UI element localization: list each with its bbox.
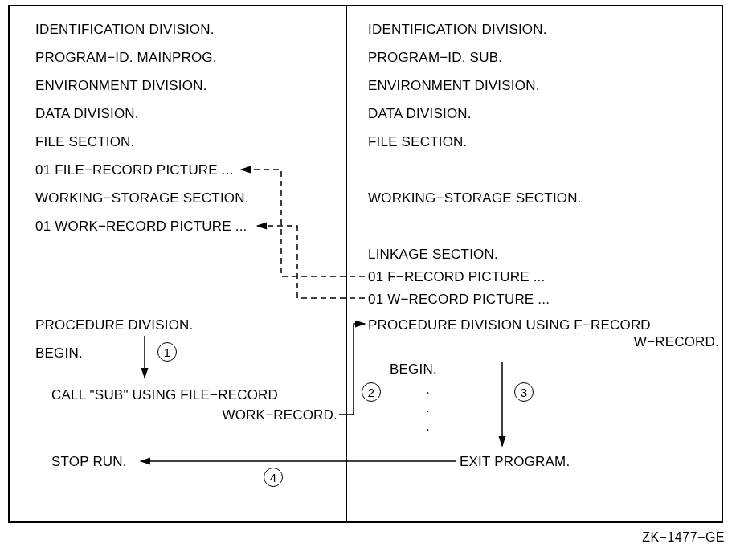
- left-file-record: 01 FILE−RECORD PICTURE ...: [35, 162, 234, 178]
- left-stop-run: STOP RUN.: [51, 454, 127, 470]
- right-exit-program: EXIT PROGRAM.: [460, 454, 570, 470]
- figure-id: ZK−1477−GE: [642, 530, 725, 545]
- right-dot3: .: [426, 419, 430, 435]
- right-dot2: .: [426, 400, 430, 416]
- right-program-id: PROGRAM−ID. SUB.: [368, 50, 502, 66]
- right-proc-div: PROCEDURE DIVISION USING F−RECORD: [368, 317, 651, 333]
- diagram-canvas: IDENTIFICATION DIVISION. PROGRAM−ID. MAI…: [0, 0, 736, 560]
- left-program-id: PROGRAM−ID. MAINPROG.: [35, 50, 217, 66]
- right-dot1: .: [426, 382, 430, 398]
- right-env-div: ENVIRONMENT DIVISION.: [368, 78, 540, 94]
- left-work-record: 01 WORK−RECORD PICTURE ...: [35, 219, 247, 235]
- right-ws-section: WORKING−STORAGE SECTION.: [368, 190, 582, 206]
- left-file-section: FILE SECTION.: [35, 134, 135, 150]
- left-call-line2: WORK−RECORD.: [185, 407, 337, 423]
- vertical-divider: [346, 5, 347, 523]
- left-call-line1: CALL "SUB" USING FILE−RECORD: [51, 387, 278, 403]
- left-id-div: IDENTIFICATION DIVISION.: [35, 22, 215, 38]
- left-proc-div: PROCEDURE DIVISION.: [35, 317, 194, 333]
- right-linkage: LINKAGE SECTION.: [368, 247, 498, 263]
- left-env-div: ENVIRONMENT DIVISION.: [35, 78, 207, 94]
- left-ws-section: WORKING−STORAGE SECTION.: [35, 190, 249, 206]
- right-file-section: FILE SECTION.: [368, 134, 468, 150]
- right-data-div: DATA DIVISION.: [368, 106, 472, 122]
- left-data-div: DATA DIVISION.: [35, 106, 139, 122]
- right-f-record: 01 F−RECORD PICTURE ...: [368, 269, 545, 285]
- marker-2: 2: [362, 382, 381, 402]
- right-w-record: 01 W−RECORD PICTURE ...: [368, 292, 550, 308]
- right-begin: BEGIN.: [390, 362, 437, 378]
- marker-4: 4: [264, 468, 283, 487]
- right-proc-div-cont: W−RECORD.: [562, 334, 719, 350]
- left-begin: BEGIN.: [35, 345, 83, 362]
- marker-1: 1: [157, 342, 177, 362]
- marker-3: 3: [514, 382, 534, 402]
- right-id-div: IDENTIFICATION DIVISION.: [368, 22, 547, 38]
